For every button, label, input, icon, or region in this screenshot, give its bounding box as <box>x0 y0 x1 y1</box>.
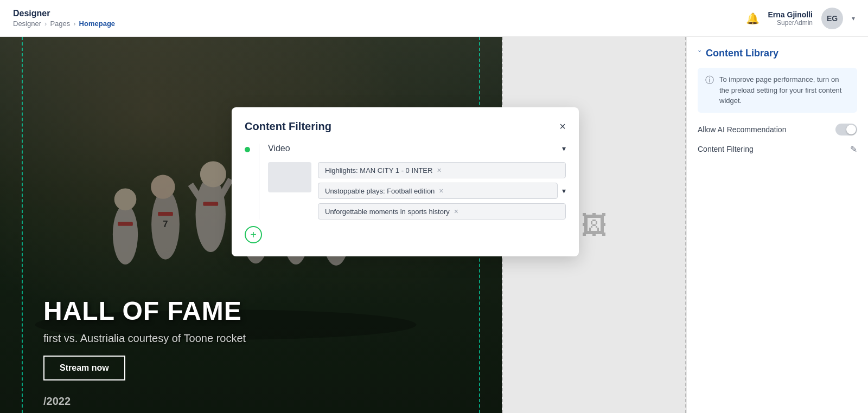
main-area: 7 17 HALL OF FAME first vs. Austrialia c… <box>0 37 868 413</box>
breadcrumb-sep-1: › <box>44 20 47 28</box>
section-chevron-icon[interactable]: ˅ <box>698 49 701 58</box>
placeholder-image-icon: 🖼 <box>581 210 607 240</box>
section-header: ˅ Content Library <box>698 48 857 59</box>
info-text: To improve page performance, turn on the… <box>719 74 850 106</box>
video-thumbnail <box>268 162 311 192</box>
remove-tag-button[interactable]: × <box>437 166 441 175</box>
vertical-separator <box>259 144 259 220</box>
user-menu-chevron-icon[interactable]: ▾ <box>852 15 855 22</box>
remove-tag-button[interactable]: × <box>439 186 443 195</box>
notification-bell-icon[interactable]: 🔔 <box>746 12 760 25</box>
info-box: ⓘ To improve page performance, turn on t… <box>698 68 857 113</box>
content-filtering-row: Content Filtering ✎ <box>698 144 857 154</box>
tag-label: Unstoppable plays: Football edition <box>325 187 435 195</box>
avatar[interactable]: EG <box>821 8 843 29</box>
popup-title: Content Filtering <box>245 120 331 133</box>
edit-icon[interactable]: ✎ <box>850 144 857 154</box>
toggle-knob <box>846 125 856 134</box>
section-title: Content Library <box>706 48 778 59</box>
content-filtering-label: Content Filtering <box>698 145 754 153</box>
breadcrumb: Designer › Pages › Homepage <box>13 20 115 28</box>
right-sidebar: ˅ Content Library ⓘ To improve page perf… <box>686 37 868 413</box>
tags-container: Highlights: MAN CITY 1 - 0 INTER × Unsto… <box>318 162 566 220</box>
nav-right: 🔔 Erna Gjinolli SuperAdmin EG ▾ <box>746 8 855 29</box>
expand-icon[interactable]: ▾ <box>562 186 566 195</box>
hero-year: /2022 <box>43 395 71 408</box>
hero-title: HALL OF FAME <box>43 296 246 326</box>
popup-header: Content Filtering × <box>245 120 566 133</box>
app-title: Designer <box>13 9 115 18</box>
user-info: Erna Gjinolli SuperAdmin <box>768 10 813 27</box>
tag-item: Unforgettable moments in sports history … <box>318 203 566 220</box>
user-role: SuperAdmin <box>777 19 813 27</box>
content-filtering-popup: Content Filtering × Video ▾ Highligh <box>232 107 579 256</box>
ai-recommendation-toggle[interactable] <box>835 124 857 135</box>
tag-label: Highlights: MAN CITY 1 - 0 INTER <box>325 166 432 175</box>
top-navigation: Designer Designer › Pages › Homepage 🔔 E… <box>0 0 868 37</box>
remove-tag-button[interactable]: × <box>454 207 458 216</box>
video-filter-row: Video ▾ Highlights: MAN CITY 1 - 0 INTER… <box>245 144 566 220</box>
tag-label: Unforgettable moments in sports history <box>325 208 450 216</box>
breadcrumb-sep-2: › <box>73 20 75 28</box>
video-chevron-icon[interactable]: ▾ <box>562 144 566 153</box>
user-name: Erna Gjinolli <box>768 10 813 19</box>
tag-row-2: Unstoppable plays: Football edition × ▾ <box>318 183 566 199</box>
video-type-row: Video ▾ <box>268 144 566 153</box>
hero-content: HALL OF FAME first vs. Austrialia courte… <box>43 296 246 380</box>
tag-item: Unstoppable plays: Football edition × <box>318 183 558 199</box>
right-preview-panel: 🖼 Content Filtering × Video ▾ <box>502 37 686 413</box>
filters-area: Highlights: MAN CITY 1 - 0 INTER × Unsto… <box>268 162 566 220</box>
breadcrumb-item-1[interactable]: Designer <box>13 20 41 28</box>
stream-now-button[interactable]: Stream now <box>43 356 125 380</box>
video-type-label: Video <box>268 144 290 153</box>
active-dot-icon <box>245 147 250 152</box>
close-button[interactable]: × <box>559 120 566 133</box>
nav-left: Designer Designer › Pages › Homepage <box>13 9 115 28</box>
breadcrumb-item-3[interactable]: Homepage <box>79 20 115 28</box>
video-filter-content: Video ▾ Highlights: MAN CITY 1 - 0 INTER… <box>268 144 566 220</box>
ai-recommendation-row: Allow AI Recommendation <box>698 124 857 135</box>
add-filter-button[interactable]: + <box>245 226 262 243</box>
dashed-border-left <box>22 37 23 413</box>
breadcrumb-item-2[interactable]: Pages <box>50 20 70 28</box>
hero-subtitle: first vs. Austrialia courtesy of Toone r… <box>43 332 246 345</box>
ai-recommendation-label: Allow AI Recommendation <box>698 125 786 134</box>
info-icon: ⓘ <box>705 75 714 86</box>
tag-item: Highlights: MAN CITY 1 - 0 INTER × <box>318 162 566 178</box>
